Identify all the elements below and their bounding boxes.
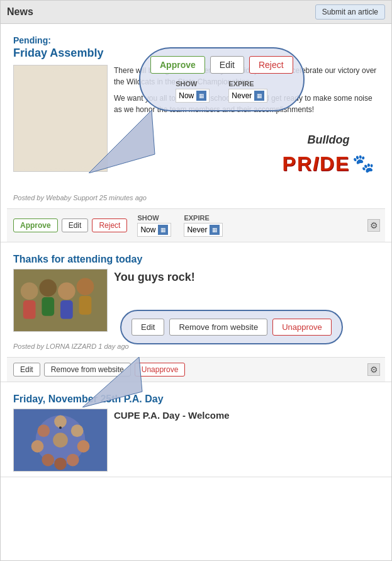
balloon-edit-button[interactable]: Edit [210,56,244,74]
article-body-2: You guys rock! [114,269,379,291]
article-title-3: Friday, November 25th P.A. Day [13,394,379,405]
edit-button-1[interactable]: Edit [62,218,89,232]
article-title-2: Thanks for attending today [13,254,379,265]
expire-date-input[interactable]: Never ▦ [184,223,223,237]
page-container: News Submit an article Pending: Friday A… [0,0,392,561]
balloon-edit-button-2[interactable]: Edit [132,319,164,336]
gear-button-1[interactable]: ⚙ [367,219,380,232]
article-image-3 [13,409,108,472]
approve-button-1[interactable]: Approve [13,218,58,232]
news-header: News Submit an article [1,1,391,24]
balloon-pointer-2 [82,357,145,407]
show-calendar-icon[interactable]: ▦ [158,225,168,235]
balloon-reject-button[interactable]: Reject [249,56,293,74]
expire-calendar-icon[interactable]: ▦ [210,225,220,235]
balloon-pointer-1 [89,110,164,173]
page-title: News [7,6,33,18]
show-group: SHOW Now ▦ [137,214,171,237]
balloon-show-expire: SHOW Now ▦ EXPIRE Never ▦ [176,80,267,103]
svg-marker-24 [89,110,155,173]
balloon-buttons-1: Approve Edit Reject [150,56,293,74]
article-image-2 [13,269,108,332]
paw-icon: 🐾 [352,150,374,177]
posted-by: Posted by Webaby Support 25 minutes ago [13,194,379,201]
svg-rect-34 [14,269,107,332]
balloon-approve-button[interactable]: Approve [150,56,205,74]
balloon-callout-1: Approve Edit Reject SHOW Now ▦ EXPIRE [139,47,305,111]
expire-group: EXPIRE Never ▦ [184,214,223,237]
bulldog-pride-logo: Bulldog PRIDE 🐾 [283,132,375,179]
gear-button-2[interactable]: ⚙ [367,363,380,376]
article-body-3: CUPE P.A. Day - Welcome [114,409,379,428]
reject-button-1[interactable]: Reject [92,218,127,232]
balloon-remove-button[interactable]: Remove from website [169,319,267,336]
action-bar-1: Approve Edit Reject SHOW Now ▦ EXPIRE Ne… [7,208,385,242]
edit-button-2[interactable]: Edit [13,363,40,377]
balloon-buttons-2: Edit Remove from website Unapprove [132,319,332,336]
article-pa-day: Friday, November 25th P.A. Day [1,382,391,477]
article-status: Pending: [13,35,379,45]
svg-marker-35 [82,357,142,407]
balloon-unapprove-button[interactable]: Unapprove [272,319,332,336]
balloon-expire-input[interactable]: Never ▦ [228,89,267,103]
balloon-callout-2: Edit Remove from website Unapprove [120,310,343,344]
balloon-expire-cal-icon[interactable]: ▦ [254,91,264,101]
submit-article-button[interactable]: Submit an article [315,4,385,20]
action-bar-2: Edit Remove from website Unapprove ⚙ [7,357,385,382]
balloon-show-input[interactable]: Now ▦ [176,89,210,103]
balloon-show-cal-icon[interactable]: ▦ [196,91,206,101]
svg-rect-48 [14,409,107,472]
show-date-input[interactable]: Now ▦ [137,223,171,237]
